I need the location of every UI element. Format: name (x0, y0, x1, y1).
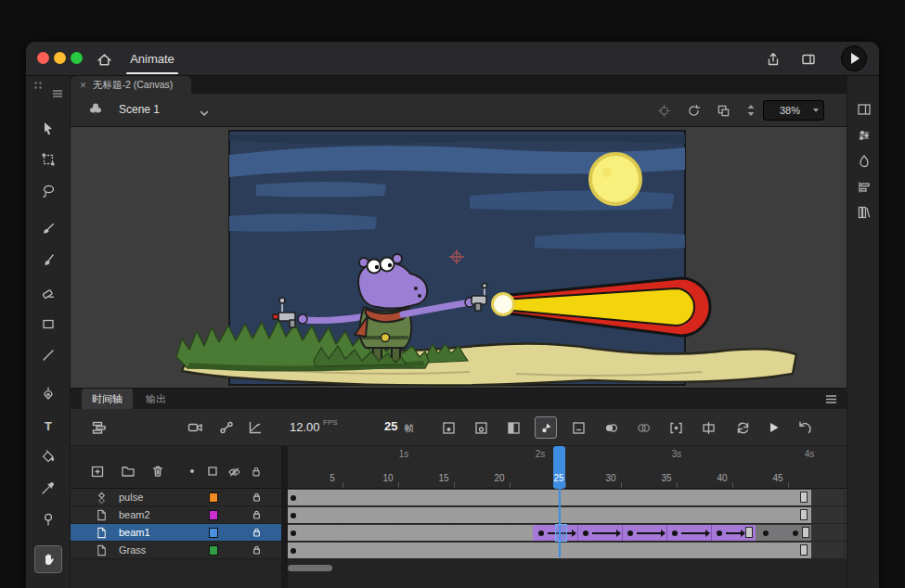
document-tab-title: 无标题-2 (Canvas) (93, 79, 173, 92)
current-frame-value[interactable]: 25 (384, 419, 397, 433)
auto-keyframe-icon[interactable] (535, 416, 557, 439)
layer-color-swatch[interactable] (209, 545, 218, 556)
eyedropper-tool[interactable] (34, 474, 62, 502)
minimize-window-button[interactable] (54, 52, 66, 64)
frames-pulse[interactable] (288, 489, 847, 506)
layer-color-swatch[interactable] (209, 510, 218, 520)
new-layer-icon[interactable] (90, 464, 105, 479)
fps-value[interactable]: 12.00 (290, 420, 320, 434)
fluid-brush-tool[interactable] (34, 215, 62, 243)
close-document-icon[interactable]: × (80, 79, 86, 92)
zoom-select[interactable]: 38% (763, 100, 824, 121)
delete-layer-icon[interactable] (150, 464, 165, 479)
new-folder-icon[interactable] (121, 464, 136, 479)
layer-row-grass[interactable]: Grass (71, 542, 281, 559)
rotate-icon[interactable] (686, 103, 701, 118)
toolbar-menu-icon[interactable] (52, 89, 63, 98)
document-tab[interactable]: × 无标题-2 (Canvas) (71, 76, 191, 94)
lock-column-icon[interactable] (249, 464, 264, 479)
toolbar-grip-icon[interactable] (33, 81, 43, 90)
panel-splitter[interactable] (281, 446, 288, 588)
brush-library-icon[interactable] (856, 204, 872, 220)
layer-color-swatch[interactable] (209, 528, 218, 538)
lock-icon[interactable] (251, 526, 264, 539)
asset-warp-tool[interactable] (34, 505, 62, 533)
selected-frame-cell[interactable] (555, 524, 567, 542)
center-stage-icon[interactable] (656, 103, 671, 118)
share-icon[interactable] (765, 51, 782, 68)
home-icon[interactable] (95, 50, 113, 69)
ruler-frame-number: 30 (605, 473, 615, 483)
horizontal-scrollbar[interactable] (288, 565, 332, 571)
frames-beam2[interactable] (288, 506, 847, 524)
onion-skin-icon[interactable] (600, 416, 622, 439)
pen-tool[interactable] (34, 379, 62, 407)
edit-multiple-frames-icon[interactable] (665, 416, 687, 439)
layer-type-icon (95, 508, 109, 522)
tab-timeline[interactable]: 时间轴 (82, 389, 133, 409)
play-triangle-icon (851, 53, 860, 64)
timeline-content: pulse beam2 (71, 446, 847, 588)
layers-icon[interactable] (88, 416, 110, 439)
scene-name[interactable]: Scene 1 (119, 103, 160, 116)
lock-icon[interactable] (251, 491, 264, 504)
frames-grass[interactable] (288, 542, 847, 559)
layer-type-icon (95, 491, 109, 505)
parenting-view-icon[interactable] (215, 416, 238, 439)
eraser-tool[interactable] (34, 278, 62, 306)
layer-panel: pulse beam2 (71, 446, 281, 588)
hand-tool[interactable] (34, 545, 62, 573)
workspace-icon[interactable] (800, 51, 817, 68)
camera-icon[interactable] (184, 416, 206, 439)
panel-menu-icon[interactable] (825, 394, 837, 404)
visibility-column-icon[interactable] (226, 464, 241, 479)
lasso-tool[interactable] (34, 177, 62, 205)
frame-rows[interactable] (288, 489, 847, 559)
insert-keyframe-icon[interactable] (437, 416, 459, 439)
paint-bucket-tool[interactable] (34, 442, 62, 470)
insert-blank-keyframe-icon[interactable] (470, 416, 492, 439)
properties-sliders-icon[interactable] (856, 127, 872, 143)
keyframe-span[interactable] (756, 525, 811, 541)
graph-editor-icon[interactable] (244, 416, 266, 439)
clip-content-icon[interactable] (716, 103, 730, 118)
outline-column-icon[interactable] (205, 464, 220, 479)
line-tool[interactable] (34, 341, 62, 369)
rectangle-tool[interactable] (34, 310, 62, 338)
layer-row-pulse[interactable]: pulse (71, 489, 281, 506)
tab-animate[interactable]: Animate (119, 42, 186, 76)
tab-output[interactable]: 输出 (136, 389, 176, 409)
center-frame-icon[interactable] (697, 416, 719, 439)
stage-canvas (71, 127, 847, 388)
lock-icon[interactable] (251, 508, 264, 521)
rewind-icon[interactable] (793, 416, 815, 439)
frames-beam1[interactable] (288, 524, 847, 542)
layer-color-swatch[interactable] (209, 492, 218, 503)
text-tool[interactable]: T (34, 412, 62, 440)
timeline-ruler[interactable]: 1s 2s 3s 4s 5 10 15 20 25 30 35 40 45 (288, 446, 847, 489)
zoom-window-button[interactable] (71, 52, 83, 64)
pasteboard[interactable] (71, 127, 847, 388)
zoom-stepper-icon[interactable] (743, 103, 758, 118)
panels-icon[interactable] (856, 101, 872, 117)
ruler-frame-number: 40 (717, 473, 727, 483)
free-transform-tool[interactable] (34, 146, 62, 173)
lock-icon[interactable] (251, 543, 264, 556)
insert-frame-icon[interactable] (502, 416, 524, 439)
align-icon[interactable] (856, 179, 872, 195)
scene-clover-icon[interactable] (88, 102, 103, 117)
onion-skin-outlines-icon[interactable] (632, 416, 654, 439)
layer-row-beam1[interactable]: beam1 (71, 524, 281, 542)
zoom-chevron-icon (813, 109, 819, 112)
color-icon[interactable] (856, 153, 872, 169)
selection-tool[interactable] (34, 115, 62, 143)
loop-icon[interactable] (731, 416, 754, 439)
layer-row-beam2[interactable]: beam2 (71, 506, 281, 524)
classic-brush-tool[interactable] (34, 247, 62, 275)
sync-play-icon[interactable] (841, 45, 867, 71)
remove-frame-icon[interactable] (567, 416, 589, 439)
play-icon[interactable] (762, 416, 784, 439)
highlight-column-icon[interactable] (185, 464, 200, 479)
close-window-button[interactable] (37, 52, 49, 64)
scene-chevron-down-icon[interactable] (197, 106, 212, 121)
